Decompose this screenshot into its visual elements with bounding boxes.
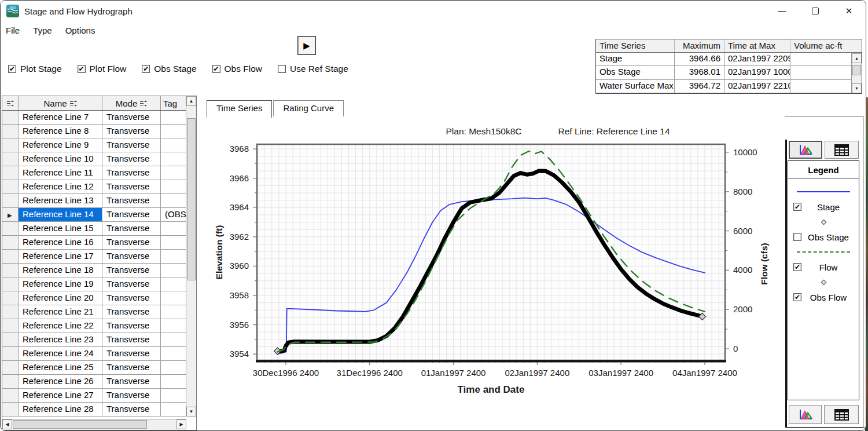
row-selector-cell[interactable]: [2, 166, 19, 180]
table-row[interactable]: Reference Line 9Transverse: [2, 138, 186, 152]
table-row[interactable]: Reference Line 27Transverse: [2, 389, 186, 403]
show-table-button-bottom[interactable]: [824, 405, 859, 424]
table-row[interactable]: Reference Line 26Transverse: [2, 375, 186, 389]
row-name-cell: Reference Line 20: [19, 291, 102, 305]
tab-time-series[interactable]: Time Series: [207, 100, 272, 118]
table-row[interactable]: Reference Line 10Transverse: [2, 152, 186, 166]
table-row[interactable]: Reference Line 16Transverse: [2, 236, 186, 250]
row-selector-cell[interactable]: [2, 264, 19, 277]
table-row[interactable]: Reference Line 22Transverse: [2, 319, 186, 333]
y-right-tick-label: 10000: [733, 147, 757, 157]
scroll-up-icon[interactable]: ▲: [186, 96, 196, 106]
stats-header-c-vol[interactable]: Volume ac-ft: [790, 39, 842, 52]
obs-flow-checkbox[interactable]: ✔: [212, 65, 220, 73]
ref-vertical-scrollbar[interactable]: ▲▼: [186, 96, 196, 417]
table-row[interactable]: Reference Line 15Transverse: [2, 222, 186, 236]
row-selector-cell[interactable]: [2, 222, 19, 235]
row-selector-cell[interactable]: [2, 152, 19, 166]
table-row[interactable]: Reference Line 23Transverse: [2, 333, 186, 347]
show-table-button[interactable]: [825, 141, 859, 159]
plot-stage-checkbox[interactable]: ✔: [8, 65, 16, 73]
stats-header-c-tam[interactable]: Time at Max: [724, 39, 790, 52]
row-selector-cell[interactable]: ▶: [2, 208, 19, 221]
stats-row[interactable]: Water Surface Max3964.7202Jan1997 2210: [596, 80, 862, 93]
legend-stage-checkbox[interactable]: ✔: [793, 203, 801, 211]
stats-scrollbar[interactable]: ▲▼: [851, 53, 862, 93]
y-left-tick-label: 3966: [230, 173, 249, 183]
row-tag-cell: [161, 222, 186, 235]
row-tag-cell: [161, 347, 186, 360]
table-row[interactable]: Reference Line 28Transverse: [2, 403, 186, 417]
scrollbar-thumb[interactable]: [13, 420, 147, 429]
table-row[interactable]: Reference Line 11Transverse: [2, 166, 186, 180]
ref-header-name[interactable]: Name: [19, 96, 102, 110]
row-selector-cell[interactable]: [2, 138, 19, 152]
table-row[interactable]: Reference Line 21Transverse: [2, 305, 186, 319]
table-row[interactable]: Reference Line 18Transverse: [2, 264, 186, 277]
tab-rating-curve[interactable]: Rating Curve: [273, 100, 344, 116]
table-row[interactable]: Reference Line 19Transverse: [2, 277, 186, 291]
stats-row[interactable]: Obs Stage3968.0102Jan1997 1000: [596, 66, 862, 79]
option-obs-stage: ✔Obs Stage: [142, 64, 196, 74]
scroll-left-icon[interactable]: ◀: [2, 419, 12, 429]
legend-obs-stage-checkbox[interactable]: [793, 233, 801, 241]
row-selector-cell[interactable]: [2, 250, 19, 263]
scrollbar-thumb[interactable]: [852, 65, 861, 75]
scrollbar-thumb[interactable]: [187, 118, 196, 280]
row-selector-cell[interactable]: [2, 277, 19, 291]
stats-row[interactable]: Stage3964.6602Jan1997 2209: [596, 53, 862, 66]
row-selector-cell[interactable]: [2, 333, 19, 346]
plot-icon: [798, 408, 813, 421]
x-tick-label: 03Jan1997 2400: [589, 368, 653, 378]
table-row[interactable]: Reference Line 7Transverse: [2, 111, 186, 125]
ref-header-selector[interactable]: [2, 96, 19, 110]
scroll-down-icon[interactable]: ▼: [186, 407, 196, 417]
ref-header-tag[interactable]: Tag: [161, 96, 186, 110]
menu-item-file[interactable]: File: [6, 25, 20, 35]
row-selector-cell[interactable]: [2, 125, 19, 138]
legend-divider: [785, 140, 787, 428]
obs-stage-checkbox[interactable]: ✔: [142, 65, 150, 73]
close-icon[interactable]: ✕: [832, 1, 866, 21]
table-row[interactable]: ▶Reference Line 14Transverse(OBS): [2, 208, 186, 222]
ref-horizontal-scrollbar[interactable]: ◀▶: [2, 419, 186, 430]
table-row[interactable]: Reference Line 25Transverse: [2, 361, 186, 375]
table-row[interactable]: Reference Line 8Transverse: [2, 125, 186, 138]
scroll-right-icon[interactable]: ▶: [176, 419, 186, 429]
row-selector-cell[interactable]: [2, 305, 19, 319]
table-row[interactable]: Reference Line 13Transverse: [2, 194, 186, 208]
row-selector-cell[interactable]: [2, 236, 19, 249]
legend-flow-checkbox[interactable]: ✔: [793, 263, 801, 271]
maximize-button[interactable]: [799, 1, 832, 21]
row-selector-cell[interactable]: [2, 347, 19, 360]
table-row[interactable]: Reference Line 17Transverse: [2, 250, 186, 264]
row-selector-cell[interactable]: [2, 403, 19, 416]
menu-item-options[interactable]: Options: [65, 25, 95, 35]
stats-header-c-ts[interactable]: Time Series: [596, 39, 675, 52]
row-selector-cell[interactable]: [2, 291, 19, 305]
row-selector-cell[interactable]: [2, 389, 19, 402]
y-left-tick-label: 3958: [230, 290, 249, 300]
plot-flow-checkbox[interactable]: ✔: [78, 65, 86, 73]
minimize-button[interactable]: [765, 1, 799, 21]
stats-cell-volume: [790, 66, 842, 79]
show-plot-button-bottom[interactable]: [789, 405, 822, 424]
table-row[interactable]: Reference Line 24Transverse: [2, 347, 186, 361]
scroll-up-icon[interactable]: ▲: [852, 53, 862, 63]
row-selector-cell[interactable]: [2, 180, 19, 193]
use-ref-stage-checkbox[interactable]: [278, 65, 286, 73]
menu-item-type[interactable]: Type: [33, 25, 52, 35]
row-selector-cell[interactable]: [2, 361, 19, 374]
stats-header-c-max[interactable]: Maximum: [675, 39, 724, 52]
ref-header-mode[interactable]: Mode: [102, 96, 161, 110]
table-row[interactable]: Reference Line 12Transverse: [2, 180, 186, 194]
play-button[interactable]: ▶: [298, 36, 315, 54]
row-selector-cell[interactable]: [2, 111, 19, 124]
legend-obs-flow-checkbox[interactable]: ✔: [793, 293, 801, 301]
table-row[interactable]: Reference Line 20Transverse: [2, 291, 186, 305]
row-selector-cell[interactable]: [2, 319, 19, 333]
show-plot-button[interactable]: [789, 141, 822, 159]
row-selector-cell[interactable]: [2, 194, 19, 207]
row-selector-cell[interactable]: [2, 375, 19, 388]
scroll-down-icon[interactable]: ▼: [852, 83, 862, 93]
